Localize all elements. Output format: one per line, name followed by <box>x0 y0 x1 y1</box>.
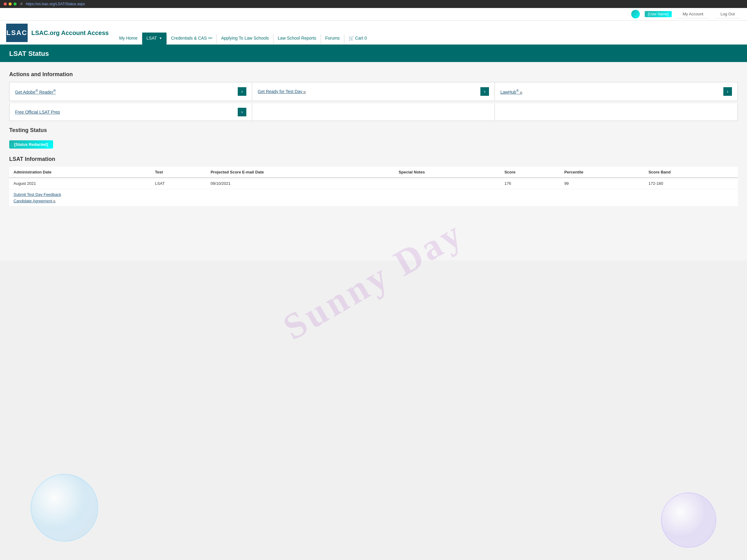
submit-feedback-link[interactable]: Submit Test Day Feedback <box>14 192 733 197</box>
th-special-notes: Special Notes <box>394 167 500 178</box>
minimize-dot[interactable] <box>8 2 12 5</box>
nav-applying[interactable]: Applying To Law Schools <box>217 32 273 45</box>
action-card-empty-2 <box>252 104 495 121</box>
content-area: Actions and Information Get Adobe® Reade… <box>0 68 747 216</box>
browser-bar: ↺ https://os.lsac.org/LSAT/Status.aspx <box>0 0 747 8</box>
action-card-lawhub-text: LawHub® ⧉ <box>500 88 522 95</box>
testing-status-badge: [Status Redacted] <box>9 140 53 149</box>
candidate-ext-icon: ⧉ <box>53 199 55 203</box>
nav-lsat-label: LSAT <box>147 36 157 41</box>
table-feedback-row: Submit Test Day Feedback Candidate Agree… <box>9 189 738 207</box>
action-card-testday[interactable]: Get Ready for Test Day ⧉ › <box>252 82 495 101</box>
avatar <box>631 10 640 19</box>
action-arrow-testday: › <box>481 87 489 96</box>
th-test: Test <box>151 167 206 178</box>
action-card-lawhub[interactable]: LawHub® ⧉ › <box>495 82 738 101</box>
th-score-band: Score Band <box>644 167 738 178</box>
action-card-empty-3 <box>495 104 738 121</box>
nav-lsat[interactable]: LSAT ▼ <box>142 32 166 45</box>
site-title: LSAC.org Account Access <box>31 29 109 36</box>
lsat-dropdown-icon: ▼ <box>159 36 162 40</box>
actions-section: Actions and Information Get Adobe® Reade… <box>9 71 738 121</box>
action-card-adobe-text: Get Adobe® Reader® <box>15 88 56 95</box>
action-card-adobe[interactable]: Get Adobe® Reader® › <box>9 82 252 101</box>
candidate-agreement-link[interactable]: Candidate Agreement ⧉ <box>14 198 733 203</box>
cas-superscript: SM <box>208 36 212 39</box>
testing-status-title: Testing Status <box>9 127 738 134</box>
action-arrow-lawhub: › <box>723 87 732 96</box>
actions-section-title: Actions and Information <box>9 71 738 78</box>
td-admin-date: August 2021 <box>9 178 151 189</box>
action-card-prep[interactable]: Free Official LSAT Prep › <box>9 104 252 121</box>
site-header: LSAC LSAC.org Account Access My Home LSA… <box>0 21 747 46</box>
logo-box: LSAC <box>6 24 28 42</box>
testing-status-section: Testing Status [Status Redacted] <box>9 127 738 149</box>
my-account-link[interactable]: My Account <box>677 10 710 19</box>
actions-grid-row1: Get Adobe® Reader® › Get Ready for Test … <box>9 82 738 101</box>
url-bar[interactable]: https://os.lsac.org/LSAT/Status.aspx <box>26 2 85 6</box>
td-special-notes <box>394 178 500 189</box>
nav-forums[interactable]: Forums <box>321 32 344 45</box>
maximize-dot[interactable] <box>14 2 17 5</box>
actions-grid-row2: Free Official LSAT Prep › <box>9 104 738 121</box>
nav-cart[interactable]: 🛒 Cart 0 <box>344 32 371 45</box>
logo-text: LSAC <box>6 29 27 37</box>
td-projected-email: 09/10/2021 <box>206 178 394 189</box>
status-title-word: Status <box>28 50 49 57</box>
nav-law-school-reports[interactable]: Law School Reports <box>273 32 320 45</box>
page-title: LSAT Status <box>9 50 738 58</box>
action-arrow-adobe: › <box>238 87 246 96</box>
username-display: [User Name] <box>645 11 671 17</box>
reload-icon[interactable]: ↺ <box>20 2 23 6</box>
nav-my-home[interactable]: My Home <box>115 32 142 45</box>
logo-area: LSAC LSAC.org Account Access <box>6 24 109 45</box>
lsat-info-table: Administration Date Test Projected Score… <box>9 167 738 207</box>
testday-ext-icon: ⧉ <box>304 90 306 94</box>
action-card-prep-text: Free Official LSAT Prep <box>15 110 60 114</box>
th-projected-email: Projected Score E-mail Date <box>206 167 394 178</box>
lsat-prefix: LSAT <box>9 50 26 57</box>
page-content: LSAT Status Actions and Information Get … <box>0 46 747 260</box>
td-test: LSAT <box>151 178 206 189</box>
lsat-info-title: LSAT Information <box>9 156 738 162</box>
lawhub-ext-icon: ⧉ <box>520 91 522 94</box>
lsat-info-section: LSAT Information Administration Date Tes… <box>9 156 738 207</box>
close-dot[interactable] <box>4 2 7 5</box>
action-card-testday-text: Get Ready for Test Day ⧉ <box>258 89 306 94</box>
table-row: August 2021 LSAT 09/10/2021 176 99 172-1… <box>9 178 738 189</box>
table-header-row: Administration Date Test Projected Score… <box>9 167 738 178</box>
th-percentile: Percentile <box>560 167 644 178</box>
td-percentile: 99 <box>560 178 644 189</box>
action-arrow-prep: › <box>238 108 246 116</box>
nav-credentials[interactable]: Credentials & CASSM <box>167 32 216 45</box>
td-links-cell: Submit Test Day Feedback Candidate Agree… <box>9 189 738 207</box>
th-score: Score <box>500 167 560 178</box>
account-bar: [User Name] My Account Log Out <box>0 8 747 21</box>
main-nav: My Home LSAT ▼ Credentials & CASSM Apply… <box>115 32 371 45</box>
browser-controls <box>4 2 17 5</box>
cart-icon: 🛒 <box>349 36 354 41</box>
th-admin-date: Administration Date <box>9 167 151 178</box>
log-out-link[interactable]: Log Out <box>715 10 741 19</box>
td-score-band: 172-180 <box>644 178 738 189</box>
lsat-status-header: LSAT Status <box>0 46 747 62</box>
td-score: 176 <box>500 178 560 189</box>
